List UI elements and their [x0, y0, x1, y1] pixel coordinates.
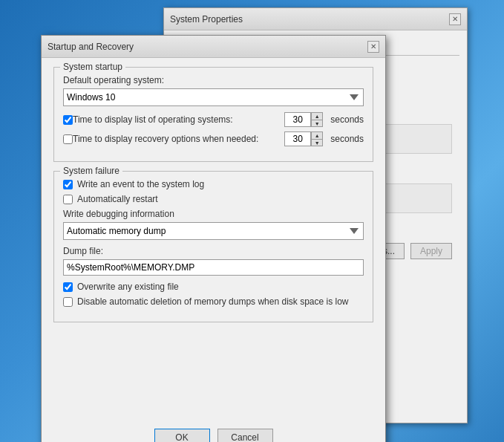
display-recovery-down-button[interactable]: ▼	[311, 139, 323, 146]
dump-file-row: Dump file:	[63, 246, 364, 276]
debug-info-dropdown[interactable]: Automatic memory dump	[63, 222, 364, 240]
display-recovery-up-button[interactable]: ▲	[311, 131, 323, 139]
display-recovery-seconds: seconds	[330, 134, 364, 144]
overwrite-checkbox[interactable]	[63, 282, 73, 292]
write-event-checkbox[interactable]	[63, 180, 73, 189]
ok-button[interactable]: OK	[154, 429, 210, 442]
display-list-spinner: ▲ ▼	[284, 112, 323, 127]
dump-file-input[interactable]	[63, 259, 364, 276]
system-properties-title: System Properties	[170, 14, 243, 25]
dialog-titlebar: Startup and Recovery ✕	[42, 36, 385, 58]
default-os-row: Default operating system: Windows 10	[63, 75, 364, 106]
display-list-checkbox[interactable]	[63, 115, 73, 125]
display-list-row: Time to display list of operating system…	[63, 112, 364, 127]
display-list-label: Time to display list of operating system…	[73, 114, 284, 125]
system-properties-close-button[interactable]: ✕	[449, 13, 461, 25]
display-recovery-row: Time to display recovery options when ne…	[63, 131, 364, 146]
system-properties-titlebar: System Properties ✕	[164, 8, 467, 30]
write-debug-row: Write debugging information Automatic me…	[63, 209, 364, 240]
system-failure-label: System failure	[60, 166, 122, 176]
display-recovery-spinner: ▲ ▼	[284, 131, 323, 146]
display-recovery-label: Time to display recovery options when ne…	[73, 134, 284, 144]
dump-file-label: Dump file:	[63, 246, 364, 256]
cancel-button[interactable]: Cancel	[217, 429, 273, 442]
system-startup-section: System startup Default operating system:…	[53, 67, 373, 162]
dialog-body: System startup Default operating system:…	[42, 58, 385, 442]
disable-deletion-checkbox[interactable]	[63, 297, 73, 307]
display-list-input[interactable]	[284, 112, 311, 127]
write-event-label: Write an event to the system log	[77, 179, 204, 189]
dialog-close-button[interactable]: ✕	[367, 41, 379, 53]
write-event-row: Write an event to the system log	[63, 179, 364, 189]
disable-deletion-row: Disable automatic deletion of memory dum…	[63, 296, 364, 307]
system-startup-label: System startup	[60, 62, 125, 72]
display-list-up-button[interactable]: ▲	[311, 112, 323, 120]
system-failure-section: System failure Write an event to the sys…	[53, 171, 373, 322]
display-recovery-input[interactable]	[284, 131, 311, 146]
dialog-footer: OK Cancel	[53, 421, 373, 442]
default-os-label: Default operating system:	[63, 75, 364, 85]
display-list-down-button[interactable]: ▼	[311, 120, 323, 127]
display-list-spinner-buttons: ▲ ▼	[311, 112, 323, 127]
auto-restart-checkbox[interactable]	[63, 195, 73, 204]
disable-deletion-label: Disable automatic deletion of memory dum…	[77, 296, 349, 307]
display-recovery-checkbox[interactable]	[63, 134, 73, 144]
overwrite-label: Overwrite any existing file	[77, 282, 179, 292]
auto-restart-label: Automatically restart	[77, 194, 158, 204]
write-debug-label: Write debugging information	[63, 209, 364, 219]
overwrite-row: Overwrite any existing file	[63, 282, 364, 292]
dialog-title: Startup and Recovery	[48, 42, 134, 52]
display-list-seconds: seconds	[330, 114, 364, 125]
apply-button[interactable]: Apply	[410, 243, 452, 259]
startup-recovery-dialog: Startup and Recovery ✕ System startup De…	[41, 35, 386, 442]
default-os-dropdown[interactable]: Windows 10	[63, 88, 364, 106]
auto-restart-row: Automatically restart	[63, 194, 364, 204]
display-recovery-spinner-buttons: ▲ ▼	[311, 131, 323, 146]
